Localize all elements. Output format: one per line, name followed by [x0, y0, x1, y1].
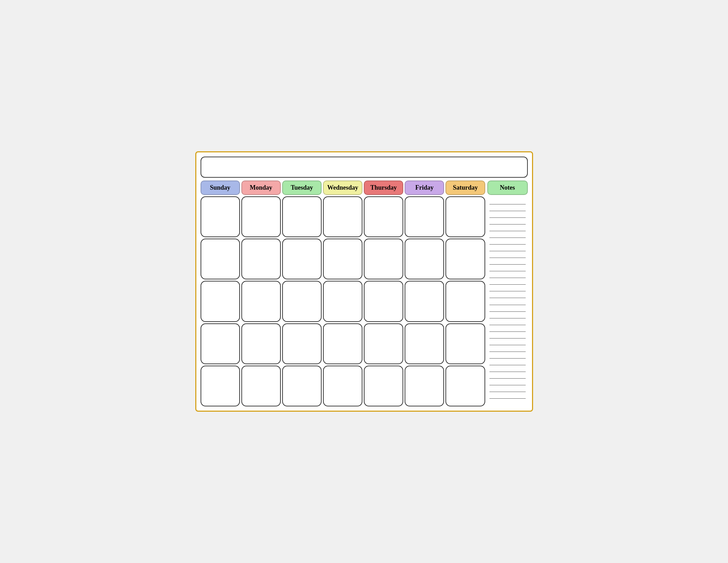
cell-3-6[interactable] [405, 281, 444, 322]
notes-line [489, 258, 526, 258]
header-row: Sunday Monday Tuesday Wednesday Thursday… [201, 181, 485, 195]
cell-4-3[interactable] [282, 323, 322, 364]
cell-3-5[interactable] [364, 281, 403, 322]
header-sunday: Sunday [201, 181, 240, 195]
notes-line [489, 358, 526, 359]
cell-3-7[interactable] [445, 281, 485, 322]
notes-line [489, 251, 526, 251]
header-saturday: Saturday [445, 181, 485, 195]
cell-1-2[interactable] [241, 196, 281, 237]
notes-line [489, 318, 526, 318]
cell-2-1[interactable] [201, 239, 240, 279]
cell-4-7[interactable] [445, 323, 485, 364]
notes-line [489, 271, 526, 271]
notes-line [489, 378, 526, 379]
notes-line [489, 365, 526, 365]
header-wednesday: Wednesday [323, 181, 362, 195]
notes-line [489, 372, 526, 372]
cell-5-7[interactable] [445, 366, 485, 406]
notes-lines[interactable] [487, 196, 528, 406]
cell-5-2[interactable] [241, 366, 281, 406]
notes-line [489, 385, 526, 385]
notes-section: Notes [487, 181, 528, 406]
calendar-main: Sunday Monday Tuesday Wednesday Thursday… [201, 181, 485, 406]
notes-line [489, 338, 526, 339]
cell-3-3[interactable] [282, 281, 322, 322]
notes-line [489, 211, 526, 211]
cell-2-6[interactable] [405, 239, 444, 279]
notes-line [489, 331, 526, 332]
header-monday: Monday [241, 181, 281, 195]
cell-1-6[interactable] [405, 196, 444, 237]
cell-2-2[interactable] [241, 239, 281, 279]
grid-rows [201, 196, 485, 406]
notes-line [489, 231, 526, 231]
notes-line [489, 278, 526, 278]
cell-5-1[interactable] [201, 366, 240, 406]
cell-2-4[interactable] [323, 239, 362, 279]
header-thursday: Thursday [364, 181, 403, 195]
notes-line [489, 352, 526, 352]
cell-5-3[interactable] [282, 366, 322, 406]
notes-line [489, 325, 526, 325]
notes-header: Notes [487, 181, 528, 195]
notes-line [489, 224, 526, 224]
notes-line [489, 345, 526, 345]
cell-4-6[interactable] [405, 323, 444, 364]
notes-line [489, 204, 526, 204]
cell-3-2[interactable] [241, 281, 281, 322]
header-friday: Friday [405, 181, 444, 195]
cell-3-4[interactable] [323, 281, 362, 322]
cell-4-2[interactable] [241, 323, 281, 364]
cell-4-4[interactable] [323, 323, 362, 364]
notes-line [489, 264, 526, 265]
notes-line [489, 238, 526, 238]
header-tuesday: Tuesday [282, 181, 322, 195]
cell-1-4[interactable] [323, 196, 362, 237]
week-row-2 [201, 239, 485, 279]
notes-line [489, 284, 526, 285]
cell-2-7[interactable] [445, 239, 485, 279]
week-row-3 [201, 281, 485, 322]
notes-line [489, 392, 526, 392]
cell-4-1[interactable] [201, 323, 240, 364]
week-row-4 [201, 323, 485, 364]
calendar-page: Sunday Monday Tuesday Wednesday Thursday… [195, 151, 533, 412]
notes-line [489, 244, 526, 245]
calendar-wrapper: Sunday Monday Tuesday Wednesday Thursday… [201, 181, 528, 406]
notes-line [489, 291, 526, 291]
week-row-5 [201, 366, 485, 406]
cell-5-5[interactable] [364, 366, 403, 406]
cell-1-5[interactable] [364, 196, 403, 237]
cell-1-3[interactable] [282, 196, 322, 237]
cell-5-6[interactable] [405, 366, 444, 406]
notes-line [489, 398, 526, 399]
cell-1-1[interactable] [201, 196, 240, 237]
cell-1-7[interactable] [445, 196, 485, 237]
notes-line [489, 298, 526, 298]
notes-line [489, 311, 526, 312]
cell-3-1[interactable] [201, 281, 240, 322]
week-row-1 [201, 196, 485, 237]
cell-5-4[interactable] [323, 366, 362, 406]
cell-2-5[interactable] [364, 239, 403, 279]
notes-line [489, 217, 526, 218]
title-bar[interactable] [201, 157, 528, 178]
cell-2-3[interactable] [282, 239, 322, 279]
cell-4-5[interactable] [364, 323, 403, 364]
notes-line [489, 305, 526, 305]
